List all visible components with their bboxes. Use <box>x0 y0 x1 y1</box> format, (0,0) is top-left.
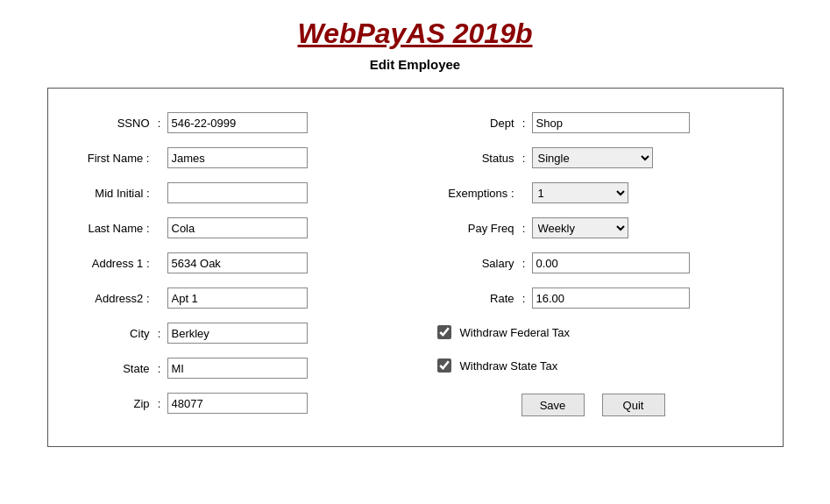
dept-label: Dept <box>429 117 516 130</box>
first-name-row: First Name : <box>73 145 402 171</box>
state-colon: : <box>152 362 167 375</box>
status-label: Status <box>429 152 516 165</box>
withdraw-federal-row: Withdraw Federal Tax <box>429 320 758 344</box>
form-container: SSNO : First Name : Mid Initial : <box>47 88 784 447</box>
city-label: City <box>73 327 152 340</box>
exemptions-label: Exemptions : <box>429 187 516 200</box>
address1-label: Address 1 : <box>73 257 152 270</box>
address2-label: Address2 : <box>73 292 152 305</box>
pay-freq-row: Pay Freq : Weekly Bi-Weekly Semi-Monthly… <box>429 215 758 241</box>
state-input[interactable] <box>167 358 308 379</box>
salary-label: Salary <box>429 257 516 270</box>
quit-button[interactable]: Quit <box>602 394 665 416</box>
right-column: Dept : Status : Single Married Head of H… <box>429 110 758 425</box>
status-row: Status : Single Married Head of Househol… <box>429 145 758 171</box>
withdraw-state-row: Withdraw State Tax <box>429 353 758 378</box>
dept-colon: : <box>516 117 532 130</box>
state-label: State <box>73 362 152 375</box>
withdraw-federal-label: Withdraw Federal Tax <box>460 326 570 339</box>
last-name-input[interactable] <box>167 217 308 238</box>
rate-input[interactable] <box>532 287 690 309</box>
pay-freq-select[interactable]: Weekly Bi-Weekly Semi-Monthly Monthly <box>532 217 628 238</box>
city-colon: : <box>152 327 167 340</box>
salary-row: Salary : <box>429 250 758 276</box>
salary-colon: : <box>516 257 532 270</box>
ssno-row: SSNO : <box>73 110 402 136</box>
last-name-label: Last Name : <box>73 222 152 235</box>
last-name-row: Last Name : <box>73 215 402 241</box>
pay-freq-colon: : <box>516 222 532 235</box>
address1-row: Address 1 : <box>73 250 402 276</box>
exemptions-row: Exemptions : 0 1 2 3 4 5 <box>429 180 758 206</box>
dept-row: Dept : <box>429 110 758 136</box>
exemptions-select[interactable]: 0 1 2 3 4 5 <box>532 182 628 203</box>
withdraw-state-label: Withdraw State Tax <box>460 359 558 373</box>
city-input[interactable] <box>167 323 308 344</box>
withdraw-federal-checkbox[interactable] <box>437 325 451 339</box>
pay-freq-label: Pay Freq <box>429 222 516 235</box>
rate-label: Rate <box>429 292 516 305</box>
salary-input[interactable] <box>532 252 690 273</box>
status-colon: : <box>516 152 532 165</box>
save-button[interactable]: Save <box>521 394 585 416</box>
zip-row: Zip : <box>73 390 402 416</box>
page-title: Edit Employee <box>370 57 460 72</box>
state-row: State : <box>73 355 402 381</box>
mid-initial-input[interactable] <box>167 182 308 203</box>
mid-initial-row: Mid Initial : <box>73 180 402 206</box>
rate-colon: : <box>516 292 532 305</box>
zip-input[interactable] <box>167 393 308 414</box>
ssno-label: SSNO <box>73 117 152 130</box>
button-row: Save Quit <box>429 394 758 416</box>
rate-row: Rate : <box>429 285 758 311</box>
dept-input[interactable] <box>532 112 690 133</box>
zip-colon: : <box>152 397 167 410</box>
app-title: WebPayAS 2019b <box>298 18 533 50</box>
ssno-input[interactable] <box>167 112 308 133</box>
city-row: City : <box>73 320 402 346</box>
withdraw-state-checkbox[interactable] <box>437 358 451 373</box>
left-column: SSNO : First Name : Mid Initial : <box>73 110 402 425</box>
mid-initial-label: Mid Initial : <box>73 187 152 200</box>
first-name-label: First Name : <box>73 152 152 165</box>
zip-label: Zip <box>73 397 152 410</box>
first-name-input[interactable] <box>167 147 308 168</box>
address2-row: Address2 : <box>73 285 402 311</box>
address2-input[interactable] <box>167 287 308 309</box>
status-select[interactable]: Single Married Head of Household <box>532 147 653 168</box>
ssno-colon: : <box>152 117 167 130</box>
address1-input[interactable] <box>167 252 308 273</box>
